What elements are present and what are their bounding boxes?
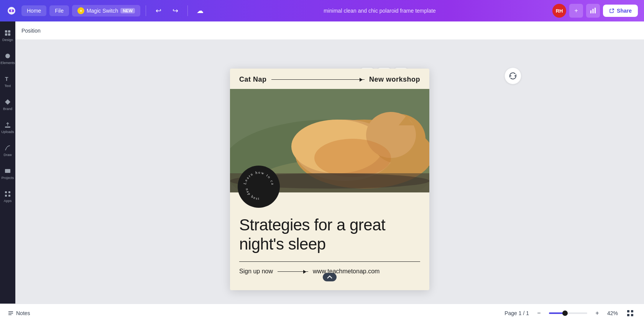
svg-rect-43	[631, 310, 633, 312]
notes-icon	[8, 310, 14, 316]
svg-rect-10	[8, 33, 10, 36]
sidebar-item-uploads[interactable]: Uploads	[1, 117, 15, 138]
svg-text:T: T	[5, 76, 8, 82]
svg-rect-5	[593, 9, 594, 13]
home-button[interactable]: Home	[21, 5, 46, 16]
canvas-workshop: New workshop	[369, 76, 420, 84]
nav-separator	[146, 5, 146, 16]
sidebar-item-design[interactable]: Design	[1, 25, 15, 46]
svg-rect-4	[590, 10, 591, 13]
zoom-slider[interactable]: − + 42%	[532, 306, 621, 320]
page-info: Page 1 / 1	[504, 310, 529, 316]
nav-separator-2	[187, 5, 188, 16]
cta-arrow	[278, 271, 308, 272]
sidebar-elements-label: Elements	[0, 61, 15, 65]
canvas-header: Cat Nap New workshop	[230, 69, 429, 89]
canvas-divider	[239, 261, 420, 262]
circular-text-badge: Learn how to cat nap best	[238, 166, 280, 208]
magic-star-icon: ✦	[77, 7, 84, 14]
svg-rect-13	[5, 127, 10, 128]
sidebar-item-elements[interactable]: Elements	[1, 48, 15, 69]
zoom-out-button[interactable]: −	[532, 306, 546, 320]
sidebar-item-draw[interactable]: Draw	[1, 140, 15, 161]
top-navigation: Home File ✦ Magic Switch NEW ↩ ↪ ☁ minim…	[0, 0, 644, 21]
sidebar-item-apps[interactable]: Apps	[1, 186, 15, 207]
sidebar-projects-label: Projects	[2, 176, 14, 180]
main-area: Design Elements T Text Brand Uploads Dra…	[0, 21, 644, 304]
svg-rect-18	[8, 195, 10, 197]
circular-badge: Learn how to cat nap best	[238, 166, 280, 208]
grid-view-button[interactable]	[624, 307, 636, 319]
cta-line	[278, 271, 308, 272]
refresh-button[interactable]	[504, 67, 521, 84]
canvas-image: Learn how to cat nap best	[230, 89, 429, 192]
share-label: Share	[617, 8, 632, 14]
svg-point-3	[11, 10, 12, 12]
sidebar-brand-label: Brand	[3, 107, 12, 111]
headline-line1: Strategies for a great	[239, 215, 420, 235]
undo-button[interactable]: ↩	[151, 4, 165, 18]
svg-rect-8	[8, 30, 10, 33]
zoom-track[interactable]	[549, 312, 587, 314]
magic-switch-button[interactable]: ✦ Magic Switch NEW	[72, 5, 140, 16]
page-toggle-button[interactable]	[323, 273, 337, 281]
add-collaborator-button[interactable]: +	[569, 4, 583, 18]
svg-point-11	[5, 54, 10, 58]
canvas-header-arrow	[271, 79, 365, 80]
svg-point-33	[314, 139, 391, 177]
canva-logo	[6, 5, 17, 16]
svg-rect-15	[5, 191, 7, 193]
svg-rect-44	[627, 314, 629, 316]
notes-button[interactable]: Notes	[8, 310, 30, 316]
new-badge: NEW	[120, 8, 135, 13]
toolbar: Position	[15, 21, 644, 40]
nav-right-group: RH + Share	[552, 4, 638, 18]
sidebar-apps-label: Apps	[4, 199, 12, 203]
sidebar-item-brand[interactable]: Brand	[1, 94, 15, 115]
svg-rect-17	[5, 195, 7, 197]
svg-rect-16	[8, 191, 10, 193]
sidebar-item-projects[interactable]: Projects	[1, 163, 15, 184]
svg-rect-14	[5, 169, 10, 173]
canvas-brand: Cat Nap	[239, 76, 267, 84]
user-avatar[interactable]: RH	[552, 4, 566, 18]
design-canvas: Cat Nap New workshop	[230, 69, 429, 291]
svg-rect-45	[631, 314, 633, 316]
svg-rect-6	[595, 8, 596, 13]
bottom-bar: Notes Page 1 / 1 − + 42%	[0, 304, 644, 322]
canvas-headline: Strategies for a great night's sleep	[239, 215, 420, 254]
share-button[interactable]: Share	[603, 5, 638, 17]
svg-rect-9	[5, 33, 7, 36]
cta-text: Sign up now	[239, 268, 273, 275]
file-button[interactable]: File	[49, 5, 69, 16]
save-cloud-button[interactable]: ☁	[193, 4, 207, 18]
sidebar-draw-label: Draw	[3, 153, 12, 157]
zoom-in-button[interactable]: +	[590, 306, 604, 320]
notes-label: Notes	[16, 310, 30, 316]
headline-line2: night's sleep	[239, 235, 420, 254]
stats-button[interactable]	[586, 4, 600, 18]
magic-switch-label: Magic Switch	[87, 8, 118, 14]
position-label: Position	[21, 28, 41, 34]
left-sidebar: Design Elements T Text Brand Uploads Dra…	[0, 21, 15, 304]
zoom-thumb[interactable]	[562, 310, 568, 316]
sidebar-text-label: Text	[5, 84, 11, 88]
sidebar-design-label: Design	[2, 38, 13, 42]
sidebar-uploads-label: Uploads	[1, 130, 14, 134]
sidebar-item-text[interactable]: T Text	[1, 71, 15, 92]
cta-url: www.teachmetonap.com	[313, 268, 380, 275]
redo-button[interactable]: ↪	[168, 4, 182, 18]
svg-rect-42	[627, 310, 629, 312]
svg-rect-7	[5, 30, 7, 33]
canvas-area[interactable]: Cat Nap New workshop	[15, 40, 644, 304]
document-title: minimal clean and chic polaroid frame te…	[210, 8, 549, 14]
zoom-level: 42%	[607, 310, 621, 316]
